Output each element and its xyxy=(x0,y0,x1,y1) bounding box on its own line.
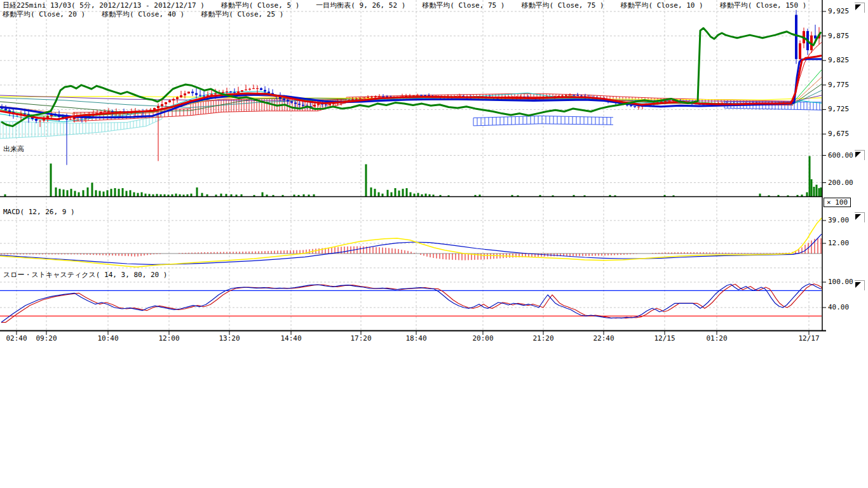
volume-bar xyxy=(63,189,65,196)
time-axis-label: 17:20 xyxy=(347,334,375,342)
legend-item: 移動平均( Close, 5 ) xyxy=(221,1,299,10)
candle-body xyxy=(39,121,41,121)
volume-bar xyxy=(433,194,435,196)
candle-body xyxy=(172,99,175,100)
candle-body xyxy=(210,94,213,95)
candle-body xyxy=(191,92,194,93)
candle-body xyxy=(374,97,377,97)
candle-body xyxy=(302,105,304,105)
volume-bar xyxy=(370,187,372,196)
candle-body xyxy=(248,89,251,90)
chart-canvas[interactable] xyxy=(0,0,868,488)
candle-body xyxy=(580,96,583,97)
volume-bar xyxy=(811,179,813,196)
volume-bar xyxy=(114,188,116,196)
candle-body xyxy=(241,90,243,92)
price-pane-scroll-arrow-button[interactable] xyxy=(855,3,865,13)
candle-body xyxy=(24,114,26,114)
volume-bar xyxy=(254,195,255,196)
volume-bar xyxy=(130,190,132,196)
volume-bar xyxy=(71,189,72,196)
volume-pane-scroll-arrow-button[interactable] xyxy=(855,150,865,160)
candle-body xyxy=(157,106,159,108)
price-axis-label: 9,875 xyxy=(828,32,849,40)
candle-body xyxy=(298,104,301,105)
price-axis-label: 9,825 xyxy=(828,56,849,64)
volume-bar xyxy=(215,194,217,196)
volume-bar xyxy=(387,190,389,196)
candle-body xyxy=(264,90,266,92)
volume-bar xyxy=(816,185,818,196)
time-axis-label: 22:40 xyxy=(590,334,618,342)
candle-body xyxy=(184,93,186,95)
volume-bar xyxy=(664,195,666,196)
legend-item: 移動平均( Close, 40 ) xyxy=(102,10,184,19)
candle-body xyxy=(634,106,636,107)
time-axis-label: 13:20 xyxy=(215,334,243,342)
volume-bar xyxy=(759,194,761,196)
volume-bar xyxy=(282,195,284,196)
stoch-pane-scroll-arrow-button[interactable] xyxy=(855,280,865,290)
time-axis-label: 12/17 xyxy=(795,334,823,342)
volume-bar xyxy=(421,194,423,196)
legend-item: 一目均衡表( 9, 26, 52 ) xyxy=(316,1,405,10)
volume-bar xyxy=(539,195,541,196)
time-axis-label: 20:00 xyxy=(469,334,497,342)
volume-bar xyxy=(92,183,93,197)
volume-bar xyxy=(406,188,408,196)
volume-bar xyxy=(303,194,305,196)
candle-body xyxy=(409,95,411,96)
candle-body xyxy=(176,97,179,99)
volume-bar xyxy=(818,188,820,196)
volume-bar xyxy=(417,193,419,196)
stoch-axis-label: 40.00 xyxy=(828,303,849,311)
volume-bar xyxy=(414,194,416,196)
legend-item: 移動平均( Close, 75 ) xyxy=(422,1,505,10)
candle-body xyxy=(799,43,801,59)
volume-axis-label: 600.00 xyxy=(828,151,853,159)
candle-body xyxy=(233,92,236,93)
volume-bar xyxy=(183,194,185,196)
time-axis-label: 09:20 xyxy=(32,334,60,342)
volume-bar xyxy=(512,195,513,196)
macd-panel-label: MACD( 12, 26, 9 ) xyxy=(3,208,75,216)
volume-bar xyxy=(391,193,393,196)
candle-body xyxy=(199,95,201,95)
volume-bar xyxy=(806,193,808,196)
candle-body xyxy=(69,119,72,120)
volume-panel-label: 出来高 xyxy=(3,144,24,154)
candle-body xyxy=(161,104,163,106)
candle-body xyxy=(165,102,167,104)
candle-body xyxy=(561,95,564,96)
macd-axis-label: 12.00 xyxy=(828,239,849,247)
volume-bar xyxy=(813,187,815,196)
volume-bar xyxy=(801,194,803,196)
candle-body xyxy=(187,92,190,93)
volume-multiplier-badge: × 100 xyxy=(824,198,851,207)
volume-bar xyxy=(160,194,162,196)
volume-bar xyxy=(4,194,6,196)
candle-body xyxy=(260,88,262,90)
volume-bar xyxy=(99,191,101,196)
volume-bar xyxy=(55,187,57,196)
macd-signal-line xyxy=(0,234,822,264)
time-axis-label: 01:20 xyxy=(703,334,731,342)
candle-body xyxy=(313,105,316,106)
volume-bar xyxy=(153,194,154,196)
volume-bar xyxy=(187,194,189,196)
price-axis-label: 9,925 xyxy=(828,7,849,15)
volume-bar xyxy=(609,195,611,196)
volume-bar xyxy=(59,189,61,196)
candle-body xyxy=(795,15,797,58)
volume-bar xyxy=(196,187,198,196)
macd-pane-scroll-arrow-button[interactable] xyxy=(855,212,865,222)
cloud-span-bottom xyxy=(473,124,613,126)
macd-axis-label: 39.00 xyxy=(828,216,849,224)
volume-bar xyxy=(111,189,112,196)
candle-body xyxy=(573,95,575,95)
volume-axis-label: 200.00 xyxy=(828,179,853,187)
volume-bar xyxy=(149,194,151,196)
legend-item: 移動平均( Close, 10 ) xyxy=(621,1,703,10)
volume-bar xyxy=(374,189,376,196)
candle-body xyxy=(370,97,373,97)
